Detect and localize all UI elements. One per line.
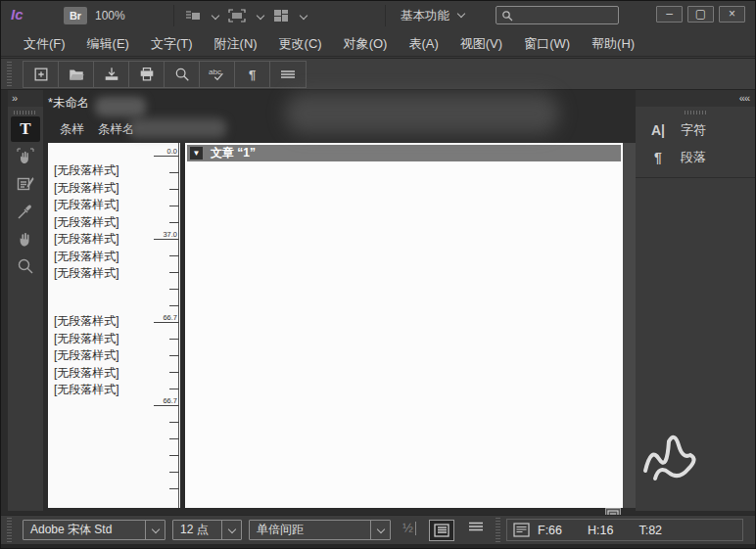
story-header-bar[interactable]: ▼ 文章 “1” (187, 145, 621, 161)
workspace-value: 基本功能 (401, 9, 449, 23)
chevron-down-icon (457, 10, 465, 18)
galley-panel[interactable]: [无段落样式][无段落样式][无段落样式][无段落样式][无段落样式][无段落样… (48, 143, 180, 508)
view-options-icon (185, 9, 201, 23)
menu-object[interactable]: 对象(O) (333, 30, 399, 57)
view-options-dropdown[interactable] (185, 6, 218, 25)
zoom-tool-button[interactable] (11, 253, 40, 279)
spell-check-button[interactable]: abc (200, 62, 235, 87)
search-button[interactable] (165, 62, 200, 87)
menu-type[interactable]: 文字(T) (140, 30, 204, 57)
menu-window[interactable]: 窗口(W) (513, 30, 581, 57)
dock-grip-handle[interactable] (685, 111, 708, 114)
ruler-label: 66.7 (140, 313, 177, 322)
chevron-down-icon (221, 521, 241, 539)
galley-style-row: [无段落样式] (54, 382, 119, 398)
galley-style-row: [无段落样式] (54, 313, 119, 330)
double-arrow-right-icon: » (12, 92, 17, 104)
menu-view[interactable]: 视图(V) (449, 30, 513, 57)
statusbar-menu-button[interactable] (467, 521, 485, 532)
ruler-tick (169, 372, 179, 373)
note-tool-button[interactable] (11, 171, 40, 197)
chevron-down-icon (212, 12, 219, 20)
new-document-button[interactable] (24, 62, 59, 87)
search-input[interactable] (513, 9, 611, 23)
arrange-documents-icon (273, 9, 289, 23)
document-tab[interactable]: *未命名 (48, 95, 89, 116)
hamburger-menu-icon (279, 68, 297, 81)
collapse-dock-button[interactable]: «« (636, 90, 756, 107)
story-editor-area[interactable]: ▼ 文章 “1” (185, 143, 623, 508)
galley-style-row: [无段落样式] (54, 347, 119, 364)
font-family-dropdown[interactable]: Adobe 宋体 Std (23, 520, 165, 540)
galley-style-row: [无段落样式] (54, 365, 119, 382)
save-button[interactable] (94, 62, 129, 87)
menu-table[interactable]: 表(A) (398, 30, 449, 57)
ruler-label: 37.0 (140, 230, 177, 239)
bridge-button[interactable]: Br (64, 7, 87, 24)
ruler-tick (169, 422, 179, 423)
new-document-icon (32, 66, 50, 83)
stats-grip-handle[interactable] (496, 518, 500, 544)
eyedropper-icon (16, 202, 35, 221)
menu-changes[interactable]: 更改(C) (268, 30, 333, 57)
search-box[interactable] (496, 6, 619, 24)
character-icon: A| (647, 122, 669, 138)
ruler-tick (169, 472, 179, 473)
toolbar-menu-button[interactable] (270, 62, 306, 87)
minimize-button[interactable]: – (656, 6, 683, 23)
ruler-tick (169, 189, 179, 190)
eyedropper-tool-button[interactable] (11, 199, 40, 224)
tab-galley-2[interactable]: 条样名 (98, 121, 135, 139)
close-button[interactable]: × (719, 6, 745, 23)
print-button[interactable] (129, 62, 165, 87)
tools-panel-expand-button[interactable]: » (8, 90, 43, 107)
open-button[interactable] (59, 62, 94, 87)
menu-notes[interactable]: 附注(N) (204, 30, 268, 57)
toolbar-grip-handle[interactable] (7, 62, 12, 88)
arrange-documents-dropdown[interactable] (273, 6, 307, 25)
tools-panel-grip-handle[interactable] (14, 111, 37, 114)
separator (385, 5, 386, 26)
panel-item-character[interactable]: A| 字符 (636, 116, 756, 144)
tab-galley[interactable]: 条样 (60, 121, 84, 139)
leading-dropdown[interactable]: 单倍间距 (249, 520, 391, 540)
window-bottom-edge (1, 544, 756, 549)
ruler-tick (169, 206, 179, 206)
galley-info-toggle-active[interactable] (429, 520, 454, 541)
fraction-button[interactable]: ½ (402, 521, 416, 535)
tools-panel: » T (8, 90, 43, 511)
maximize-button[interactable]: ▢ (687, 6, 714, 23)
ruler-tick (169, 339, 179, 340)
statusbar-grip-handle[interactable] (7, 518, 12, 544)
zoom-tool-icon (16, 256, 35, 276)
document-tab-title: *未命名 (48, 96, 89, 110)
workspace-switcher[interactable]: 基本功能 (401, 8, 464, 24)
screen-mode-dropdown[interactable] (228, 6, 263, 25)
ruler-tick (154, 156, 179, 157)
hamburger-menu-icon (467, 521, 485, 532)
chevron-down-icon (257, 12, 264, 20)
galley-style-row: [无段落样式] (54, 331, 119, 347)
app-bar: Ic Br 100% (1, 1, 756, 30)
depth-ruler (178, 143, 179, 508)
ruler-tick (169, 255, 179, 256)
zoom-level-dropdown[interactable]: 100% (95, 7, 164, 24)
incopy-window: Ic Br 100% (0, 0, 756, 549)
open-folder-icon (68, 66, 85, 83)
galley-view-icon (434, 524, 449, 537)
panel-item-paragraph[interactable]: ¶ 段落 (636, 144, 756, 171)
leading-value: 单倍间距 (250, 522, 370, 538)
ruler-tick (154, 239, 179, 240)
menu-help[interactable]: 帮助(H) (581, 30, 645, 57)
menu-edit[interactable]: 编辑(E) (76, 30, 140, 57)
type-tool-button[interactable]: T (11, 116, 40, 142)
scrollbar-track[interactable] (623, 143, 636, 508)
font-size-dropdown[interactable]: 12 点 (172, 520, 242, 540)
hand-tool-button[interactable] (11, 226, 40, 252)
chevron-down-icon (300, 12, 307, 20)
position-tool-button[interactable] (11, 144, 40, 169)
screen-mode-icon (228, 9, 246, 23)
collapse-story-button[interactable]: ▼ (190, 147, 203, 160)
hidden-characters-button[interactable]: ¶ (235, 62, 270, 87)
menu-file[interactable]: 文件(F) (13, 30, 76, 57)
